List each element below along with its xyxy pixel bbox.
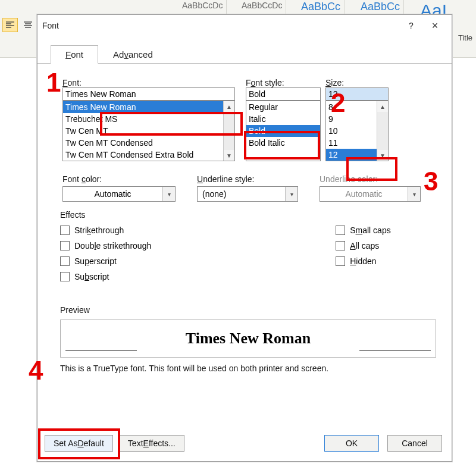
tab-font[interactable]: Font — [51, 45, 98, 64]
font-dialog: Font ? × Font Advanced Font: Times New R… — [37, 14, 452, 462]
underline-color-value: Automatic — [320, 189, 408, 199]
font-list-item[interactable]: Tw Cen MT — [63, 125, 234, 137]
tab-advanced[interactable]: Advanced — [98, 45, 168, 64]
scrollbar[interactable]: ▲ ▼ — [377, 101, 388, 161]
font-hint: This is a TrueType font. This font will … — [60, 364, 436, 373]
font-label: Font: — [62, 78, 235, 87]
preview-text: Times New Roman — [186, 330, 311, 347]
font-style-item[interactable]: Bold — [246, 125, 320, 137]
chk-strikethrough[interactable]: Strikethrough — [60, 226, 151, 235]
dialog-buttons: Set As Default Text Effects... OK Cancel — [45, 435, 442, 452]
checkbox-icon — [60, 256, 70, 266]
chk-superscript[interactable]: Superscript — [60, 256, 151, 266]
font-style-item[interactable]: Bold Italic — [246, 137, 320, 149]
effects-group: Effects Strikethrough Double strikethrou… — [60, 211, 436, 281]
checkbox-icon — [336, 256, 345, 266]
text-effects-button[interactable]: Text Effects... — [119, 435, 184, 452]
scroll-down-icon[interactable]: ▼ — [224, 150, 234, 161]
font-listbox[interactable]: Times New Roman Trebuchet MS Tw Cen MT T… — [62, 101, 235, 161]
size-listbox[interactable]: 8 9 10 11 12 ▲ ▼ — [325, 101, 389, 161]
ok-button[interactable]: OK — [324, 435, 379, 452]
checkbox-icon — [336, 226, 345, 235]
style-tile: AaBbCc — [298, 0, 345, 14]
font-style-label: Font style: — [246, 78, 321, 87]
style-tile: AaBbCcDc — [178, 0, 227, 14]
font-list-item[interactable]: Trebuchet MS — [63, 113, 234, 125]
size-label: Size: — [325, 78, 389, 87]
close-button[interactable]: × — [423, 17, 447, 34]
chevron-down-icon[interactable]: ▾ — [162, 187, 175, 201]
ribbon-title-label: Title — [458, 33, 472, 42]
preview-rule — [359, 350, 431, 351]
checkbox-icon — [60, 272, 70, 281]
dialog-title: Font — [42, 21, 399, 30]
align-center-icon[interactable] — [20, 18, 36, 32]
color-row: Font color: Automatic ▾ Underline style:… — [62, 174, 437, 202]
font-list-item[interactable]: Times New Roman — [63, 101, 234, 113]
font-input[interactable] — [62, 87, 235, 101]
chk-hidden[interactable]: Hidden — [336, 256, 390, 266]
font-style-column: Font style: Regular Italic Bold Bold Ita… — [246, 78, 321, 161]
preview-label: Preview — [60, 305, 436, 315]
chk-small-caps[interactable]: Small caps — [336, 226, 390, 235]
scrollbar[interactable]: ▲ ▼ — [223, 101, 234, 161]
preview-rule — [65, 350, 137, 351]
underline-color-dropdown: Automatic ▾ — [320, 186, 421, 202]
scroll-up-icon[interactable]: ▲ — [377, 101, 388, 112]
font-list-item[interactable]: Tw Cen MT Condensed Extra Bold — [63, 149, 234, 161]
font-style-item[interactable]: Regular — [246, 101, 320, 113]
size-input[interactable] — [325, 87, 389, 101]
scroll-down-icon[interactable]: ▼ — [377, 150, 388, 161]
chevron-down-icon[interactable]: ▾ — [285, 187, 298, 201]
preview-area: Times New Roman — [60, 320, 436, 358]
preview-group: Preview Times New Roman This is a TrueTy… — [60, 306, 436, 373]
font-color-label: Font color: — [62, 174, 176, 184]
font-color-dropdown[interactable]: Automatic ▾ — [62, 186, 176, 202]
underline-style-label: Underline style: — [197, 174, 298, 184]
chk-all-caps[interactable]: All caps — [336, 241, 390, 250]
font-style-item[interactable]: Italic — [246, 113, 320, 125]
font-color-value: Automatic — [63, 189, 162, 199]
checkbox-icon — [60, 241, 70, 250]
set-as-default-button[interactable]: Set As Default — [45, 435, 113, 452]
tab-strip: Font Advanced — [37, 45, 452, 64]
align-group — [2, 18, 36, 32]
scroll-up-icon[interactable]: ▲ — [224, 101, 234, 112]
chk-subscript[interactable]: Subscript — [60, 272, 151, 281]
size-column: Size: 8 9 10 11 12 ▲ ▼ — [325, 78, 389, 161]
style-tile: AaI — [416, 0, 450, 14]
cancel-button[interactable]: Cancel — [387, 435, 442, 452]
font-style-input[interactable] — [246, 87, 321, 101]
style-tile: AaBbCcDc — [238, 0, 286, 14]
help-button[interactable]: ? — [399, 17, 423, 34]
font-column: Font: Times New Roman Trebuchet MS Tw Ce… — [62, 78, 235, 161]
style-tile: AaBbCc — [357, 0, 404, 14]
align-left-icon[interactable] — [2, 18, 18, 32]
checkbox-icon — [336, 241, 345, 250]
titlebar: Font ? × — [37, 15, 452, 36]
underline-color-label: Underline color: — [320, 174, 421, 184]
font-list-item[interactable]: Tw Cen MT Condensed — [63, 137, 234, 149]
font-style-listbox[interactable]: Regular Italic Bold Bold Italic — [246, 101, 321, 161]
font-pane: Font: Times New Roman Trebuchet MS Tw Ce… — [37, 64, 452, 91]
chk-double-strikethrough[interactable]: Double strikethrough — [60, 241, 151, 250]
checkbox-icon — [60, 226, 70, 235]
effects-label: Effects — [60, 210, 436, 220]
chevron-down-icon: ▾ — [408, 187, 420, 201]
underline-style-value: (none) — [198, 189, 285, 199]
underline-style-dropdown[interactable]: (none) ▾ — [197, 186, 298, 202]
